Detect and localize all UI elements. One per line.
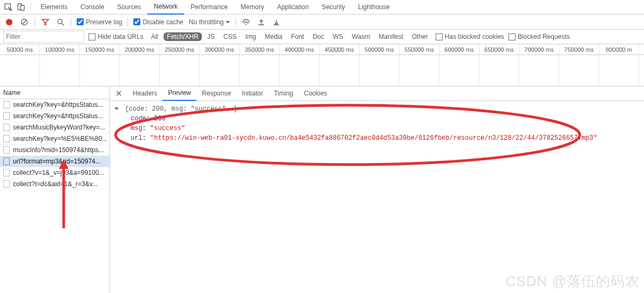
timeline-tick: 800000 m <box>599 44 639 54</box>
svg-point-7 <box>246 24 247 25</box>
json-key: url <box>131 134 143 142</box>
filter-chip-fetch-xhr[interactable]: Fetch/XHR <box>164 32 202 41</box>
filter-chip-all[interactable]: All <box>148 32 161 41</box>
filter-chip-ws[interactable]: WS <box>330 32 347 41</box>
timeline-tick: 350000 ms <box>240 44 280 54</box>
timeline-tick: 100000 ms <box>40 44 80 54</box>
devtools-tab-lighthouse[interactable]: Lighthouse <box>351 0 396 15</box>
request-name: url?format=mp3&rid=150974... <box>13 158 101 165</box>
timeline-tick: 500000 ms <box>360 44 399 54</box>
request-row[interactable]: searchKey?key=&httpsStatus... <box>0 99 110 111</box>
record-icon[interactable] <box>4 17 14 27</box>
preview-tab-timing[interactable]: Timing <box>268 86 299 101</box>
file-icon <box>3 135 10 142</box>
file-icon <box>3 146 10 154</box>
filter-chip-wasm[interactable]: Wasm <box>349 32 374 41</box>
devtools-tab-memory[interactable]: Memory <box>234 0 270 15</box>
preserve-log-checkbox[interactable]: Preserve log <box>77 18 122 26</box>
blocked-requests-label: Blocked Requests <box>518 33 570 40</box>
json-key: code <box>131 115 146 122</box>
devtools-tab-security[interactable]: Security <box>315 0 351 15</box>
request-list: Name searchKey?key=&httpsStatus...search… <box>0 86 110 293</box>
request-row[interactable]: searchMusicBykeyWord?key=... <box>0 122 110 133</box>
timeline-tick: 450000 ms <box>320 44 360 54</box>
filter-bar: Hide data URLs AllFetch/XHRJSCSSImgMedia… <box>0 30 644 44</box>
devtools-tab-sources[interactable]: Sources <box>111 0 147 15</box>
preview-tab-cookies[interactable]: Cookies <box>299 86 333 101</box>
filter-chip-other[interactable]: Other <box>409 32 431 41</box>
close-preview-icon[interactable] <box>113 88 124 99</box>
json-summary: {code: 200, msg: "success",…} <box>125 105 238 113</box>
col-name-label: Name <box>3 89 21 97</box>
hide-data-urls-label: Hide data URLs <box>98 33 144 40</box>
timeline-tick: 400000 ms <box>280 44 320 54</box>
file-icon <box>3 158 10 165</box>
network-toolbar: Preserve log Disable cache No throttling <box>0 15 644 30</box>
filter-chip-img[interactable]: Img <box>242 32 259 41</box>
preview-tab-initiator[interactable]: Initiator <box>236 86 268 101</box>
timeline-tick: 550000 ms <box>399 44 439 54</box>
json-preview[interactable]: {code: 200, msg: "success",…} code: 200 … <box>110 101 644 146</box>
hide-data-urls-checkbox[interactable]: Hide data URLs <box>89 33 144 40</box>
json-value: "success" <box>150 125 185 132</box>
network-conditions-icon[interactable] <box>241 17 251 27</box>
watermark: CSDN @落伍的码农 <box>506 272 640 291</box>
request-name: collect?t=dc&aid=1&_r=3&v... <box>13 180 98 188</box>
disable-cache-checkbox[interactable]: Disable cache <box>133 18 183 26</box>
preserve-log-label: Preserve log <box>86 18 122 26</box>
filter-chip-js[interactable]: JS <box>204 32 218 41</box>
preview-panel: HeadersPreviewResponseInitiatorTimingCoo… <box>110 86 644 293</box>
request-row[interactable]: searchKey?key=&httpsStatus... <box>0 111 110 122</box>
blocked-requests-checkbox[interactable]: Blocked Requests <box>509 33 570 40</box>
timeline-tick: 150000 ms <box>80 44 120 54</box>
inspect-element-icon[interactable] <box>2 1 14 13</box>
device-toggle-icon[interactable] <box>15 1 27 13</box>
request-list-header[interactable]: Name <box>0 86 110 99</box>
devtools-tab-application[interactable]: Application <box>270 0 315 15</box>
filter-chip-media[interactable]: Media <box>261 32 286 41</box>
preview-tab-preview[interactable]: Preview <box>162 86 196 101</box>
throttling-select[interactable]: No throttling <box>189 18 231 26</box>
request-row[interactable]: collect?v=1&_v=j93&a=99100... <box>0 167 110 179</box>
chevron-down-icon <box>226 21 230 23</box>
filter-input[interactable] <box>3 31 84 43</box>
filter-chip-css[interactable]: CSS <box>220 32 240 41</box>
filter-chip-doc[interactable]: Doc <box>309 32 327 41</box>
timeline-tick: 650000 ms <box>479 44 519 54</box>
devtools-tab-bar: ElementsConsoleSourcesNetworkPerformance… <box>0 0 644 15</box>
search-icon[interactable] <box>56 17 65 27</box>
disable-cache-label: Disable cache <box>143 18 183 26</box>
upload-har-icon[interactable] <box>256 17 266 27</box>
expand-triangle-icon[interactable] <box>114 107 119 110</box>
request-name: searchKey?key=&httpsStatus... <box>13 101 103 108</box>
request-name: searchKey?key=&httpsStatus... <box>13 112 103 120</box>
filter-chip-font[interactable]: Font <box>288 32 307 41</box>
json-key: msg <box>131 125 143 132</box>
timeline-ruler[interactable]: 50000 ms100000 ms150000 ms200000 ms25000… <box>0 44 644 55</box>
timeline-tick: 750000 ms <box>559 44 599 54</box>
request-row[interactable]: musicInfo?mid=150974&https... <box>0 145 110 156</box>
request-row[interactable]: url?format=mp3&rid=150974... <box>0 156 110 167</box>
has-blocked-cookies-checkbox[interactable]: Has blocked cookies <box>436 33 504 40</box>
preview-tab-headers[interactable]: Headers <box>127 86 162 101</box>
filter-icon[interactable] <box>40 17 50 27</box>
has-blocked-cookies-label: Has blocked cookies <box>445 33 504 40</box>
clear-icon[interactable] <box>19 17 29 27</box>
download-har-icon[interactable] <box>272 17 281 27</box>
devtools-tab-elements[interactable]: Elements <box>34 0 74 15</box>
file-icon <box>3 180 10 188</box>
request-row[interactable]: searchKey?key=%E5%BE%80... <box>0 133 110 145</box>
devtools-tab-performance[interactable]: Performance <box>184 0 234 15</box>
svg-line-6 <box>62 23 64 25</box>
request-row[interactable]: collect?t=dc&aid=1&_r=3&v... <box>0 179 110 190</box>
file-icon <box>3 112 10 120</box>
json-value: 200 <box>154 115 166 122</box>
devtools-tab-network[interactable]: Network <box>147 0 184 15</box>
divider <box>30 3 31 11</box>
timeline-tick: 50000 ms <box>0 44 40 54</box>
file-icon <box>3 169 10 176</box>
filter-chip-manifest[interactable]: Manifest <box>375 32 406 41</box>
devtools-tab-console[interactable]: Console <box>74 0 111 15</box>
preview-tab-response[interactable]: Response <box>196 86 236 101</box>
timeline-overview[interactable] <box>0 55 644 86</box>
